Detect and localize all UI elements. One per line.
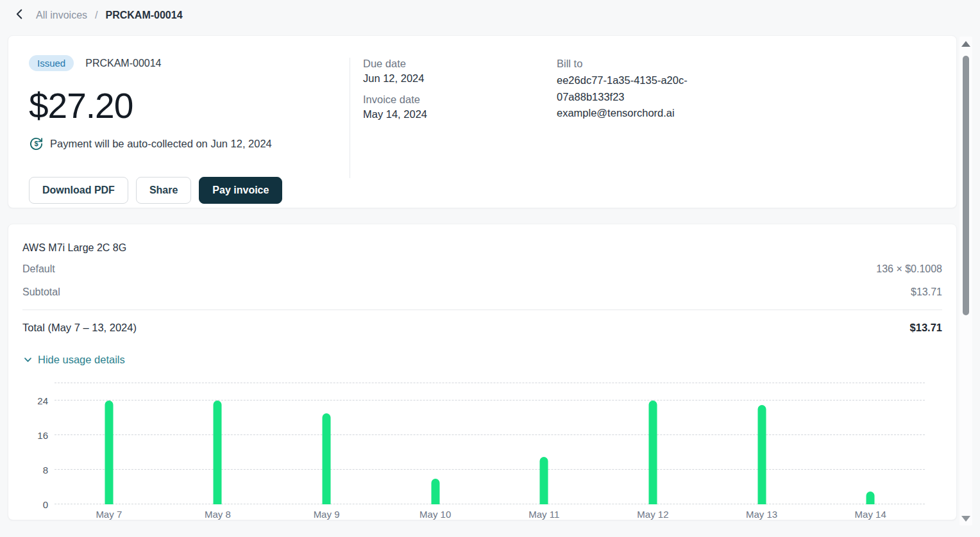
bill-to-id: ee26dc77-1a35-4135-a20c-07a88b133f23 — [557, 72, 718, 105]
due-date-label: Due date — [363, 58, 544, 70]
invoice-amount: $27.20 — [29, 85, 350, 126]
breadcrumb-all-invoices[interactable]: All invoices — [36, 10, 87, 21]
back-button[interactable] — [12, 7, 28, 24]
item-divider — [22, 310, 942, 310]
pay-invoice-button[interactable]: Pay invoice — [199, 177, 282, 204]
tier-label: Default — [22, 263, 55, 275]
chart-bar-may-13 — [757, 405, 766, 504]
gridline-0 — [55, 504, 925, 504]
auto-collect-icon: $ — [29, 136, 44, 151]
x-axis-label-may-13: May 13 — [707, 509, 816, 520]
vertical-scrollbar[interactable] — [959, 37, 972, 525]
chart-y-axis: 081624 — [22, 383, 55, 504]
breadcrumb-separator: / — [95, 10, 97, 21]
y-axis-label-8: 8 — [43, 465, 48, 475]
bill-to-email: example@tensorchord.ai — [557, 105, 736, 122]
x-axis-label-may-8: May 8 — [164, 509, 273, 520]
chart-bar-may-10 — [431, 479, 439, 505]
bill-to-label: Bill to — [557, 58, 736, 70]
chevron-down-icon — [22, 354, 33, 365]
total-label: Total (May 7 – 13, 2024) — [22, 322, 137, 334]
breadcrumb-current: PRCKAM-00014 — [105, 10, 182, 21]
subtotal-value: $13.71 — [911, 286, 942, 298]
breadcrumb: All invoices / PRCKAM-00014 — [0, 0, 980, 30]
scroll-down-arrow[interactable] — [959, 511, 972, 525]
chart-bar-may-14 — [866, 492, 875, 504]
x-axis-label-may-12: May 12 — [598, 509, 707, 520]
x-axis-label-may-14: May 14 — [816, 509, 925, 520]
invoice-date-value: May 14, 2024 — [363, 108, 544, 120]
chart-bar-may-7 — [105, 401, 113, 504]
y-axis-label-0: 0 — [43, 499, 48, 510]
scrollbar-thumb[interactable] — [963, 56, 969, 315]
chart-bar-may-12 — [648, 401, 657, 504]
invoice-number: PRCKAM-00014 — [85, 58, 161, 69]
status-badge: Issued — [29, 55, 74, 71]
usage-chart: 081624 May 7May 8May 9May 10May 11May 12… — [22, 383, 942, 520]
x-axis-label-may-9: May 9 — [272, 509, 381, 520]
subtotal-label: Subtotal — [22, 286, 60, 298]
auto-collect-note: Payment will be auto-collected on Jun 12… — [50, 138, 272, 150]
invoice-date-label: Invoice date — [363, 94, 544, 106]
tier-quantity-price: 136 × $0.1008 — [876, 263, 942, 275]
line-item-name: AWS M7i Large 2C 8G — [22, 237, 942, 258]
chart-plot — [55, 383, 925, 504]
y-axis-label-16: 16 — [37, 430, 48, 441]
chart-bar-may-11 — [540, 457, 548, 504]
share-button[interactable]: Share — [136, 177, 191, 204]
x-axis-label-may-11: May 11 — [490, 509, 599, 520]
chevron-left-icon — [13, 7, 27, 23]
total-value: $13.71 — [910, 322, 942, 334]
y-axis-label-24: 24 — [37, 395, 48, 406]
scroll-up-arrow[interactable] — [959, 37, 972, 51]
gridline-24 — [55, 400, 925, 401]
gridline-16 — [55, 434, 925, 435]
x-axis-label-may-10: May 10 — [381, 509, 490, 520]
svg-text:$: $ — [34, 140, 38, 147]
due-date-value: Jun 12, 2024 — [363, 72, 544, 85]
invoice-summary-card: Issued PRCKAM-00014 $27.20 $ Payment wil… — [8, 35, 957, 208]
chart-bar-may-8 — [214, 401, 222, 504]
gridline-8 — [55, 469, 925, 470]
chart-x-axis: May 7May 8May 9May 10May 11May 12May 13M… — [55, 509, 925, 520]
hide-usage-details-toggle[interactable]: Hide usage details — [22, 354, 125, 366]
gridline-28 — [55, 383, 925, 383]
download-pdf-button[interactable]: Download PDF — [29, 177, 128, 204]
line-item-card: AWS M7i Large 2C 8G Default 136 × $0.100… — [8, 224, 957, 520]
chart-bar-may-9 — [323, 413, 331, 504]
x-axis-label-may-7: May 7 — [55, 509, 164, 520]
